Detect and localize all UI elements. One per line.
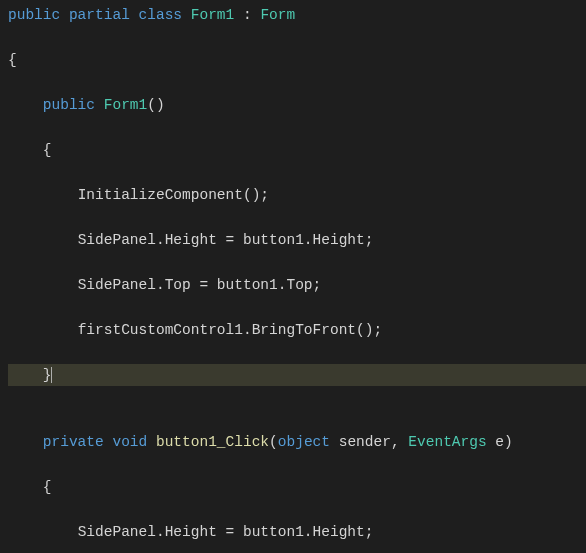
type-form1: Form1	[191, 7, 235, 23]
code-line: InitializeComponent();	[8, 184, 586, 206]
param-e: e)	[487, 434, 513, 450]
stmt-init: InitializeComponent();	[78, 187, 269, 203]
type-eventargs: EventArgs	[408, 434, 486, 450]
brace-open: {	[43, 142, 52, 158]
ctor-parens: ()	[147, 97, 164, 113]
keyword-private: private	[43, 434, 104, 450]
code-line: private void button1_Click(object sender…	[8, 431, 586, 453]
method-button1-click: button1_Click	[156, 434, 269, 450]
code-line: {	[8, 476, 586, 498]
code-line: SidePanel.Height = button1.Height;	[8, 229, 586, 251]
keyword-class: class	[139, 7, 183, 23]
stmt-btf: firstCustomControl1.BringToFront();	[78, 322, 383, 338]
keyword-partial: partial	[69, 7, 130, 23]
ctor-name: Form1	[104, 97, 148, 113]
code-line: SidePanel.Height = button1.Height;	[8, 521, 586, 543]
brace-open: {	[43, 479, 52, 495]
stmt-sp-height: SidePanel.Height = button1.Height;	[78, 232, 374, 248]
code-line: public Form1()	[8, 94, 586, 116]
keyword-public: public	[43, 97, 95, 113]
code-line: SidePanel.Top = button1.Top;	[8, 274, 586, 296]
stmt-sp-height: SidePanel.Height = button1.Height;	[78, 524, 374, 540]
code-line: {	[8, 49, 586, 71]
open-paren: (	[269, 434, 278, 450]
code-line: public partial class Form1 : Form	[8, 4, 586, 26]
code-line: {	[8, 139, 586, 161]
keyword-object: object	[278, 434, 330, 450]
code-editor[interactable]: public partial class Form1 : Form { publ…	[8, 4, 586, 553]
keyword-public: public	[8, 7, 60, 23]
type-form: Form	[260, 7, 295, 23]
code-line-active: }	[8, 364, 586, 386]
keyword-void: void	[112, 434, 147, 450]
colon-sep: :	[234, 7, 260, 23]
brace-open: {	[8, 52, 17, 68]
text-caret	[51, 367, 52, 383]
code-line: firstCustomControl1.BringToFront();	[8, 319, 586, 341]
stmt-sp-top: SidePanel.Top = button1.Top;	[78, 277, 322, 293]
param-sender: sender,	[330, 434, 408, 450]
